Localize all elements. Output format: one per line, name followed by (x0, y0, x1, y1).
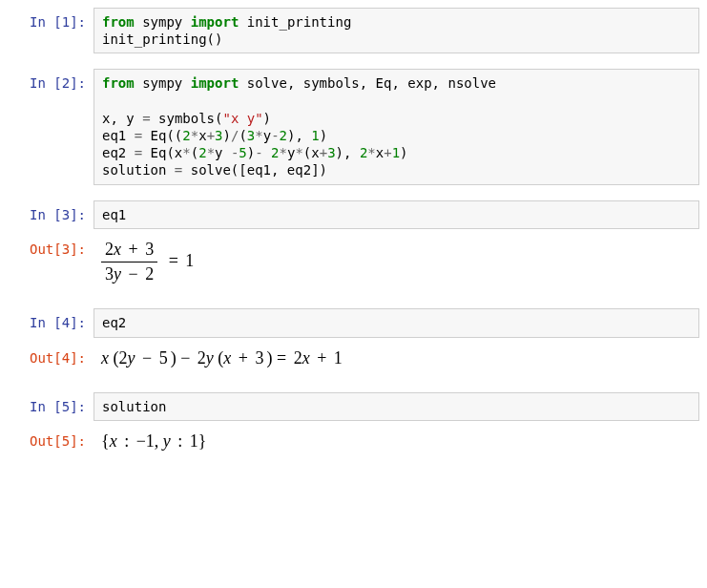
op: * (367, 145, 375, 160)
math-var: y (206, 348, 214, 368)
math-colon: : (117, 431, 136, 451)
fraction: 2x + 3 3y − 2 (101, 239, 157, 286)
code-text: eq1 (102, 207, 126, 222)
code-text: ), (336, 145, 360, 160)
math-var: x (110, 431, 117, 451)
code-cell-4: In [4]: eq2 (8, 308, 699, 337)
math-n: 3 (145, 240, 154, 259)
code-text: Eq(x (142, 145, 182, 160)
code-cell-2: In [2]: from sympy import solve, symbols… (8, 69, 699, 184)
num: 2 (271, 145, 279, 160)
code-text: y (215, 145, 231, 160)
output-eq2: x (2y − 5) − 2y (x + 3) = 2x + 1 (94, 344, 699, 377)
code-text: symbols( (151, 111, 223, 126)
out-prompt-3: Out[3]: (8, 235, 94, 258)
code-input-1[interactable]: from sympy import init_printing init_pri… (94, 8, 699, 53)
math-n: 2 (145, 264, 154, 284)
code-text: ( (191, 145, 198, 160)
math-n: 2 (198, 348, 206, 368)
num: 2 (280, 128, 287, 143)
code-text (263, 145, 271, 160)
op: * (207, 145, 215, 160)
code-text: solve([eq1, eq2]) (182, 162, 327, 178)
out-prompt-4: Out[4]: (8, 344, 94, 367)
code-text: Eq(( (142, 128, 182, 143)
kw-import: import (191, 75, 239, 91)
op: - (271, 128, 279, 143)
op: = (142, 111, 150, 126)
output-cell-4: Out[4]: x (2y − 5) − 2y (x + 3) = 2x + 1 (8, 344, 699, 377)
math-n: 2 (105, 240, 114, 259)
code-cell-5: In [5]: solution (8, 392, 699, 421)
math-sep: , (155, 431, 163, 451)
code-input-4[interactable]: eq2 (94, 308, 699, 337)
math-op: + (310, 348, 334, 368)
math-var: x (114, 240, 121, 259)
output-cell-5: Out[5]: {x : −1, y : 1} (8, 427, 699, 460)
code-text: solution (102, 399, 166, 414)
math-n: 1 (185, 251, 194, 270)
code-text: (x (303, 145, 320, 160)
num: 3 (215, 128, 222, 143)
code-input-2[interactable]: from sympy import solve, symbols, Eq, ex… (94, 69, 699, 184)
code-text: ) (247, 145, 255, 160)
op: = (135, 145, 142, 160)
code-input-3[interactable]: eq1 (94, 200, 699, 229)
math-op: = (161, 251, 185, 270)
code-text: eq2 (102, 315, 126, 330)
math-n: 2 (119, 348, 128, 368)
code-text: sympy (135, 75, 191, 91)
math-var: y (128, 348, 135, 368)
code-cell-3: In [3]: eq1 (8, 200, 699, 229)
math-op: − (135, 348, 159, 368)
math-paren: ( (109, 348, 119, 368)
in-prompt-5: In [5]: (8, 392, 94, 415)
code-text: y (263, 128, 271, 143)
output-solution: {x : −1, y : 1} (94, 427, 699, 460)
op: + (384, 145, 391, 160)
code-cell-1: In [1]: from sympy import init_printing … (8, 8, 699, 53)
op: * (182, 145, 190, 160)
code-text: sympy (135, 14, 191, 30)
math-n: 1 (334, 348, 343, 368)
code-input-5[interactable]: solution (94, 392, 699, 421)
math-n: 2 (294, 348, 302, 368)
math-n: −1 (136, 431, 155, 451)
op: * (255, 128, 262, 143)
fraction-numerator: 2x + 3 (101, 239, 157, 262)
math-var: y (163, 431, 171, 451)
out-prompt-5: Out[5]: (8, 427, 94, 450)
num: 3 (327, 145, 335, 160)
op: * (295, 145, 302, 160)
kw-from: from (102, 75, 135, 91)
in-prompt-2: In [2]: (8, 69, 94, 92)
math-colon: : (171, 431, 190, 451)
math-var: y (114, 264, 121, 284)
math-var: x (101, 348, 109, 368)
math-var: x (302, 348, 310, 368)
op: * (191, 128, 198, 143)
op: = (135, 128, 142, 143)
op: * (280, 145, 287, 160)
op: - (255, 145, 262, 160)
num: 2 (182, 128, 190, 143)
math-op: + (121, 240, 145, 259)
output-cell-3: Out[3]: 2x + 3 3y − 2 = 1 (8, 235, 699, 294)
string-literal: "x y" (222, 111, 262, 126)
num: 2 (198, 145, 206, 160)
code-text: ) (223, 128, 231, 143)
code-text: ( (239, 128, 246, 143)
math-n: 5 (159, 348, 168, 368)
math-op: ) − (168, 348, 198, 368)
in-prompt-4: In [4]: (8, 308, 94, 331)
op: + (207, 128, 215, 143)
math-brace: } (198, 431, 207, 451)
math-n: 1 (190, 431, 198, 451)
in-prompt-3: In [3]: (8, 200, 94, 223)
code-text: x (376, 145, 384, 160)
kw-from: from (102, 14, 135, 30)
math-op: + (231, 348, 255, 368)
num: 3 (247, 128, 255, 143)
code-text: ), (287, 128, 311, 143)
op: + (320, 145, 327, 160)
